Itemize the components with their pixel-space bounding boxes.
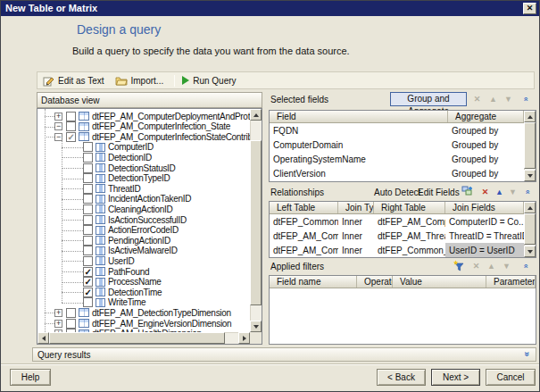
delete-field-icon[interactable]: ✕ — [471, 94, 483, 104]
tree-item-DetectionStatusID[interactable]: DetectionStatusID — [37, 163, 250, 173]
checkbox[interactable] — [83, 204, 93, 214]
checkbox[interactable] — [83, 142, 93, 152]
checkbox[interactable]: ✓ — [83, 277, 93, 287]
run-query-button[interactable]: Run Query — [182, 76, 236, 86]
tree-item-IncidentActionTakenID[interactable]: IncidentActionTakenID — [37, 194, 250, 204]
checkbox[interactable] — [66, 121, 76, 131]
checkbox[interactable] — [83, 153, 93, 163]
tree-item-dtFEP_AM_ComputerDeploymentAndProtectionS[interactable]: +dtFEP_AM_ComputerDeploymentAndProtectio… — [37, 111, 250, 121]
delete-filter-icon[interactable]: ✕ — [470, 261, 482, 271]
scroll-right-icon[interactable] — [238, 332, 250, 344]
tree-item-CleaningActionID[interactable]: CleaningActionID — [37, 204, 250, 214]
move-relationship-down-icon[interactable]: ▼ — [507, 187, 519, 197]
table-row[interactable]: ClientVersionGrouped by — [270, 166, 536, 180]
auto-detect-button[interactable]: Auto Detect — [374, 188, 420, 197]
scroll-thumb[interactable] — [524, 122, 536, 169]
checkbox[interactable] — [66, 112, 76, 121]
tree-item-PathFound[interactable]: ✓PathFound — [37, 266, 250, 277]
scroll-down-icon[interactable] — [524, 246, 536, 257]
column-header-field-name[interactable]: Field name — [270, 276, 357, 288]
relationships-grid-scrollbar[interactable] — [524, 202, 536, 257]
checkbox[interactable] — [83, 215, 93, 225]
window-titlebar[interactable]: New Table or Matrix ✕ — [1, 1, 539, 16]
tree-vertical-scrollbar[interactable] — [250, 109, 262, 332]
help-button[interactable]: Help — [10, 369, 51, 386]
checkbox[interactable] — [66, 308, 76, 318]
table-row[interactable]: dtFEP_AM_Compu...InnerdtFEP_AM_Threat...… — [270, 229, 536, 243]
scroll-up-icon[interactable] — [524, 111, 536, 122]
back-button[interactable]: < Back — [377, 369, 426, 386]
tree-body[interactable]: +dtFEP_AM_ComputerDeploymentAndProtectio… — [37, 109, 250, 332]
checkbox[interactable] — [83, 184, 93, 194]
checkbox[interactable]: ✓ — [83, 267, 93, 277]
move-relationship-up-icon[interactable]: ▲ — [494, 187, 505, 197]
column-header-aggregate[interactable]: Aggregate — [448, 111, 524, 122]
column-header-operator[interactable]: Operator — [357, 276, 393, 288]
next-button[interactable]: Next > — [431, 369, 480, 386]
column-header-right-table[interactable]: Right Table — [374, 202, 445, 213]
add-relationship-icon[interactable] — [461, 186, 473, 196]
table-row[interactable]: ComputerDomainGrouped by — [270, 138, 536, 152]
table-row[interactable]: OperatingSystemNameGrouped by — [270, 152, 536, 166]
tree-item-ComputerID[interactable]: ComputerID — [37, 142, 250, 153]
cancel-button[interactable]: Cancel — [486, 369, 536, 386]
tree-item-WriteTime[interactable]: WriteTime — [37, 297, 250, 308]
checkbox[interactable] — [83, 163, 93, 173]
query-results-bar[interactable]: Query results » — [32, 347, 536, 362]
close-icon[interactable]: ✕ — [523, 3, 536, 14]
table-row[interactable]: FQDNGrouped by — [270, 123, 536, 138]
tree-item-DetectionID[interactable]: DetectionID — [37, 152, 250, 163]
collapse-minus-icon[interactable]: − — [54, 122, 62, 130]
column-header-left-table[interactable]: Left Table — [270, 202, 338, 213]
scroll-up-icon[interactable] — [250, 109, 262, 121]
scroll-down-icon[interactable] — [250, 321, 262, 332]
table-row[interactable]: dtFEP_AM_Compu...InnerdtFEP_Common_U...U… — [270, 243, 536, 257]
tree-item-IsActiveMalwareID[interactable]: IsActiveMalwareID — [37, 246, 250, 256]
tree-item-dtFEP_AM_EngineVersionDimension[interactable]: +dtFEP_AM_EngineVersionDimension — [37, 318, 250, 329]
delete-relationship-icon[interactable]: ✕ — [479, 187, 491, 197]
scroll-thumb[interactable] — [49, 332, 225, 344]
expand-plus-icon[interactable]: + — [54, 320, 62, 328]
import-button[interactable]: Import... — [115, 76, 164, 86]
tree-item-PendingActionID[interactable]: PendingActionID — [37, 235, 250, 246]
tree-item-ActionErrorCodeID[interactable]: ActionErrorCodeID — [37, 225, 250, 236]
collapse-relationships-icon[interactable]: » — [521, 187, 533, 197]
tree-item-ThreatID[interactable]: ThreatID — [37, 183, 250, 194]
checkbox[interactable] — [83, 194, 93, 204]
move-field-down-icon[interactable]: ▼ — [503, 94, 514, 104]
tree-item-ProcessName[interactable]: ✓ProcessName — [37, 277, 250, 288]
column-header-value[interactable]: Value — [393, 276, 486, 288]
edit-as-text-button[interactable]: Edit as Text — [43, 75, 104, 87]
move-filter-up-icon[interactable]: ▲ — [486, 261, 497, 271]
tree-item-UserID[interactable]: UserID — [37, 255, 250, 266]
edit-fields-button[interactable]: Edit Fields — [418, 188, 460, 197]
checkbox[interactable] — [83, 256, 93, 266]
group-and-aggregate-toggle[interactable]: Group and Aggregate — [390, 92, 467, 106]
add-filter-icon[interactable] — [453, 260, 464, 271]
table-row[interactable]: dtFEP_Common_C...InnerdtFEP_AM_Compu...C… — [270, 214, 536, 229]
tree-item-IsActionSuccessfulID[interactable]: IsActionSuccessfulID — [37, 214, 250, 225]
checkbox[interactable] — [66, 319, 76, 329]
checkbox[interactable] — [83, 225, 93, 235]
move-field-up-icon[interactable]: ▲ — [487, 94, 499, 104]
scroll-thumb[interactable] — [524, 213, 536, 245]
checkbox[interactable] — [83, 173, 93, 183]
expand-plus-icon[interactable]: + — [54, 113, 62, 121]
move-filter-down-icon[interactable]: ▼ — [501, 261, 512, 271]
scroll-down-icon[interactable] — [524, 170, 536, 181]
checkbox[interactable]: ✓ — [83, 288, 93, 297]
scroll-thumb[interactable] — [250, 140, 262, 305]
tree-item-dtFEP_AM_ComputerInfectionStateContributor[interactable]: −✓dtFEP_AM_ComputerInfectionStateContrib… — [37, 131, 250, 142]
tree-horizontal-scrollbar[interactable] — [37, 332, 250, 344]
column-header-join-fields[interactable]: Join Fields — [445, 202, 524, 213]
column-header-join-type[interactable]: Join Type — [338, 202, 374, 213]
column-header-field[interactable]: Field — [270, 111, 448, 122]
expand-query-results-icon[interactable]: » — [525, 349, 530, 359]
collapse-selected-fields-icon[interactable]: » — [519, 94, 531, 104]
scroll-up-icon[interactable] — [524, 202, 536, 213]
collapse-applied-filters-icon[interactable]: » — [519, 261, 531, 271]
tree-item-dtFEP_AM_DetectionTypeDimension[interactable]: +dtFEP_AM_DetectionTypeDimension — [37, 307, 250, 318]
checkbox[interactable] — [83, 246, 93, 255]
scroll-left-icon[interactable] — [37, 332, 49, 344]
checkbox[interactable] — [83, 297, 93, 307]
